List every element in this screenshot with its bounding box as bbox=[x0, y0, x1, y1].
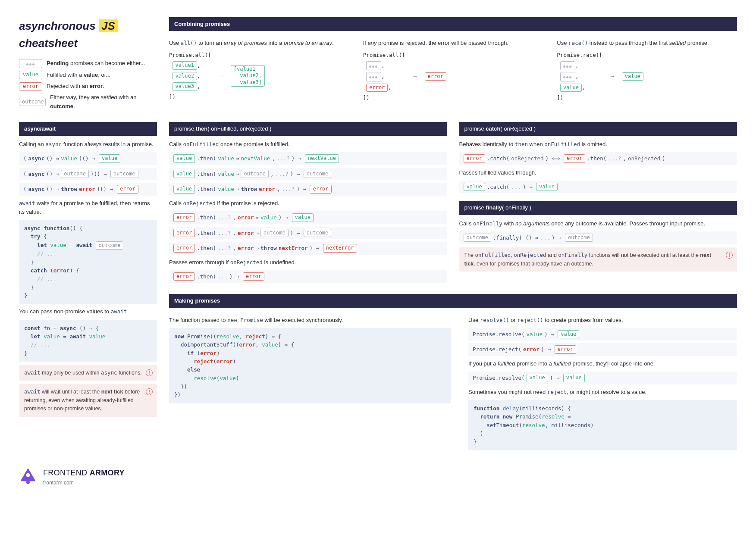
header-finally: promise.finally( onFinally ) bbox=[459, 201, 737, 215]
async-row-3: (async () ⇒ throw error)() → error bbox=[19, 183, 157, 196]
section-then: promise.then( onFulfilled, onRejected ) … bbox=[169, 122, 447, 286]
header-catch: promise.catch( onRejected ) bbox=[459, 122, 737, 136]
making-code-1: new Promise((resolve, reject) ⇒ { doImpo… bbox=[169, 328, 451, 403]
header-async: async/await bbox=[19, 122, 157, 136]
async-code-1: async function() { try { let value = awa… bbox=[19, 220, 157, 304]
legend-settled: outcome Either way, they are settled wit… bbox=[19, 93, 157, 110]
legend-rejected: error Rejected with an error. bbox=[19, 82, 157, 91]
brand-name: FRONTEND ARMORY bbox=[43, 467, 125, 479]
combining-race: Use race() instead to pass through the f… bbox=[557, 35, 737, 102]
header-combining: Combining promises bbox=[169, 17, 737, 31]
async-code-2: const fn = async () ⇒ { let value = awai… bbox=[19, 320, 157, 362]
footer: FRONTEND ARMORY frontarm.com bbox=[19, 467, 157, 487]
outcome-tag: outcome bbox=[19, 98, 46, 106]
alert-await-next-tick: await will wait until at least the next … bbox=[19, 384, 157, 416]
all-input: Promise.all([ value1, value2, value3, ]) bbox=[169, 51, 211, 101]
legend-pending: Pending Pending promises can become eith… bbox=[19, 59, 157, 69]
making-right: Use resolve() or reject() to create prom… bbox=[468, 312, 737, 454]
header-then: promise.then( onFulfilled, onRejected ) bbox=[169, 122, 447, 136]
alert-icon: ! bbox=[146, 369, 153, 376]
section-making: Making promises The function passed to n… bbox=[169, 294, 737, 453]
legend-fulfilled: value Fulfilled with a value, or... bbox=[19, 71, 157, 79]
value-tag: value bbox=[19, 71, 42, 79]
alert-icon: ! bbox=[146, 388, 153, 395]
error-tag: error bbox=[19, 82, 42, 91]
combining-reject: If any promise is rejected, the error wi… bbox=[363, 35, 543, 102]
section-async-await: async/await Calling an async function al… bbox=[19, 122, 157, 454]
page-title: asynchronous JS cheatsheet bbox=[19, 17, 157, 52]
title-legend: asynchronous JS cheatsheet Pending Pendi… bbox=[19, 17, 157, 113]
svg-point-1 bbox=[26, 473, 30, 477]
alert-await-only-async: await may only be used within async func… bbox=[19, 365, 157, 381]
section-catch-finally: promise.catch( onRejected ) Behaves iden… bbox=[459, 122, 737, 286]
async-row-1: (async () ⇒ value)() → value bbox=[19, 152, 157, 165]
section-combining: Combining promises Use all() to turn an … bbox=[169, 17, 737, 113]
all-output: [value1 value2, value3] bbox=[231, 65, 265, 87]
arrow-icon: → bbox=[216, 72, 226, 80]
pending-tag bbox=[19, 59, 42, 69]
alert-icon: ! bbox=[726, 252, 733, 259]
brand-site: frontarm.com bbox=[43, 479, 125, 487]
svg-point-0 bbox=[26, 481, 30, 484]
logo-icon bbox=[19, 467, 37, 487]
async-row-2: (async () ⇒ outcome)() → outcome bbox=[19, 168, 157, 181]
combining-all: Use all() to turn an array of promises i… bbox=[169, 35, 349, 102]
header-making: Making promises bbox=[169, 294, 737, 308]
making-left: The function passed to new Promise will … bbox=[169, 312, 451, 454]
making-code-2: function delay(milliseconds) { return ne… bbox=[468, 400, 737, 450]
alert-next-tick: The onFulfilled, onRejected and onFinall… bbox=[459, 247, 737, 272]
